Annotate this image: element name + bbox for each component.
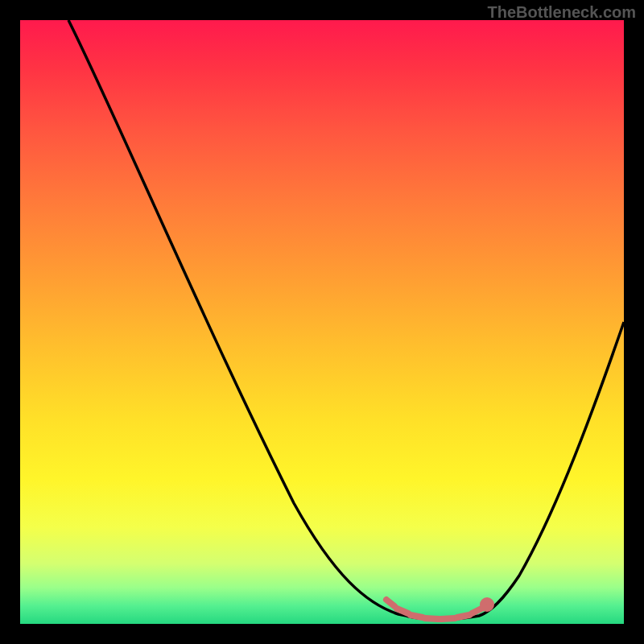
svg-line-2 bbox=[411, 615, 423, 617]
watermark-text: TheBottleneck.com bbox=[488, 3, 636, 22]
chart-plot-area bbox=[20, 20, 624, 624]
svg-line-0 bbox=[386, 600, 394, 606]
chart-svg bbox=[20, 20, 624, 624]
svg-line-5 bbox=[457, 615, 469, 617]
svg-point-7 bbox=[483, 601, 491, 609]
svg-line-3 bbox=[425, 618, 439, 619]
svg-line-4 bbox=[441, 618, 455, 619]
bottleneck-curve-line bbox=[68, 20, 624, 619]
svg-line-1 bbox=[397, 609, 408, 613]
